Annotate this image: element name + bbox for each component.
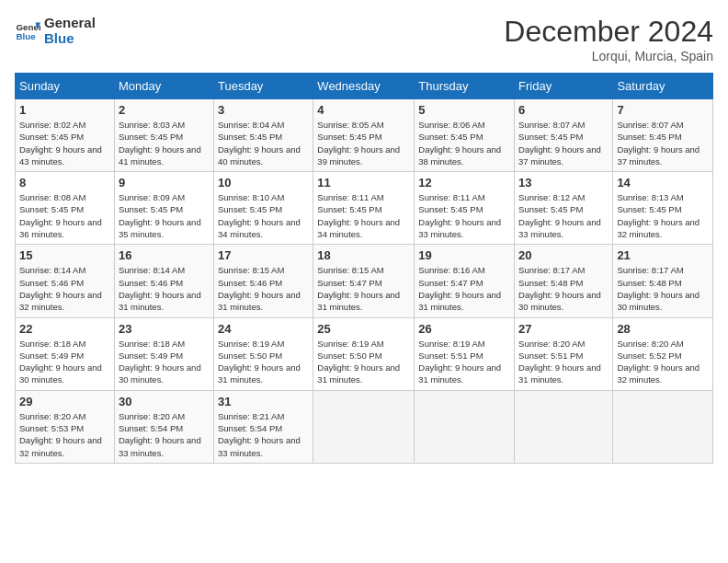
day-detail: Sunrise: 8:05 AMSunset: 5:45 PMDaylight:… xyxy=(317,120,400,167)
calendar-table: SundayMondayTuesdayWednesdayThursdayFrid… xyxy=(15,73,713,464)
calendar-cell: 16Sunrise: 8:14 AMSunset: 5:46 PMDayligh… xyxy=(114,245,213,317)
calendar-cell: 28Sunrise: 8:20 AMSunset: 5:52 PMDayligh… xyxy=(613,317,713,390)
calendar-cell: 17Sunrise: 8:15 AMSunset: 5:46 PMDayligh… xyxy=(213,245,313,317)
calendar-cell: 8Sunrise: 8:08 AMSunset: 5:45 PMDaylight… xyxy=(16,172,115,245)
calendar-cell: 24Sunrise: 8:19 AMSunset: 5:50 PMDayligh… xyxy=(213,317,313,390)
calendar-cell: 11Sunrise: 8:11 AMSunset: 5:45 PMDayligh… xyxy=(313,172,415,245)
calendar-week-4: 22Sunrise: 8:18 AMSunset: 5:49 PMDayligh… xyxy=(16,317,713,390)
calendar-cell: 2Sunrise: 8:03 AMSunset: 5:45 PMDaylight… xyxy=(114,99,213,172)
day-number: 21 xyxy=(617,248,709,262)
day-number: 3 xyxy=(218,103,309,117)
day-number: 18 xyxy=(317,248,410,262)
calendar-cell: 12Sunrise: 8:11 AMSunset: 5:45 PMDayligh… xyxy=(415,172,515,245)
calendar-cell xyxy=(613,390,713,463)
day-number: 4 xyxy=(317,103,410,117)
day-detail: Sunrise: 8:10 AMSunset: 5:45 PMDaylight:… xyxy=(218,192,301,239)
month-title: December 2024 xyxy=(504,15,713,49)
day-number: 29 xyxy=(19,395,110,408)
day-number: 27 xyxy=(518,322,609,336)
column-header-saturday: Saturday xyxy=(613,74,713,99)
day-number: 30 xyxy=(119,395,210,408)
day-number: 1 xyxy=(19,103,110,117)
day-number: 17 xyxy=(218,248,309,262)
day-detail: Sunrise: 8:20 AMSunset: 5:54 PMDaylight:… xyxy=(119,411,201,458)
calendar-cell: 29Sunrise: 8:20 AMSunset: 5:53 PMDayligh… xyxy=(16,390,115,463)
day-detail: Sunrise: 8:21 AMSunset: 5:54 PMDaylight:… xyxy=(218,411,301,458)
day-detail: Sunrise: 8:19 AMSunset: 5:50 PMDaylight:… xyxy=(317,339,400,385)
day-number: 26 xyxy=(418,322,510,336)
day-number: 10 xyxy=(218,176,309,190)
day-number: 13 xyxy=(518,176,609,190)
day-detail: Sunrise: 8:07 AMSunset: 5:45 PMDaylight:… xyxy=(617,120,700,167)
title-area: December 2024 Lorqui, Murcia, Spain xyxy=(504,15,713,63)
page-header: General Blue General Blue December 2024 … xyxy=(15,15,713,63)
day-number: 15 xyxy=(19,248,110,262)
day-detail: Sunrise: 8:18 AMSunset: 5:49 PMDaylight:… xyxy=(119,339,201,385)
day-detail: Sunrise: 8:03 AMSunset: 5:45 PMDaylight:… xyxy=(119,120,201,167)
calendar-week-5: 29Sunrise: 8:20 AMSunset: 5:53 PMDayligh… xyxy=(16,390,713,463)
day-detail: Sunrise: 8:12 AMSunset: 5:45 PMDaylight:… xyxy=(518,192,601,239)
calendar-cell: 20Sunrise: 8:17 AMSunset: 5:48 PMDayligh… xyxy=(515,245,613,317)
day-detail: Sunrise: 8:17 AMSunset: 5:48 PMDaylight:… xyxy=(518,265,601,312)
day-number: 6 xyxy=(518,103,609,117)
calendar-week-1: 1Sunrise: 8:02 AMSunset: 5:45 PMDaylight… xyxy=(16,99,713,172)
day-number: 25 xyxy=(317,322,410,336)
calendar-cell: 7Sunrise: 8:07 AMSunset: 5:45 PMDaylight… xyxy=(613,99,713,172)
calendar-cell: 4Sunrise: 8:05 AMSunset: 5:45 PMDaylight… xyxy=(313,99,415,172)
day-detail: Sunrise: 8:17 AMSunset: 5:48 PMDaylight:… xyxy=(617,265,700,312)
day-number: 8 xyxy=(19,176,110,190)
calendar-cell: 27Sunrise: 8:20 AMSunset: 5:51 PMDayligh… xyxy=(515,317,613,390)
day-number: 19 xyxy=(418,248,510,262)
column-header-sunday: Sunday xyxy=(16,74,115,99)
day-detail: Sunrise: 8:18 AMSunset: 5:49 PMDaylight:… xyxy=(19,339,102,385)
calendar-cell xyxy=(515,390,613,463)
logo: General Blue General Blue xyxy=(15,15,96,46)
calendar-cell: 5Sunrise: 8:06 AMSunset: 5:45 PMDaylight… xyxy=(415,99,515,172)
calendar-cell: 14Sunrise: 8:13 AMSunset: 5:45 PMDayligh… xyxy=(613,172,713,245)
day-detail: Sunrise: 8:06 AMSunset: 5:45 PMDaylight:… xyxy=(418,120,501,167)
calendar-cell xyxy=(415,390,515,463)
calendar-cell: 9Sunrise: 8:09 AMSunset: 5:45 PMDaylight… xyxy=(114,172,213,245)
calendar-cell: 23Sunrise: 8:18 AMSunset: 5:49 PMDayligh… xyxy=(114,317,213,390)
day-number: 22 xyxy=(19,322,110,336)
day-detail: Sunrise: 8:16 AMSunset: 5:47 PMDaylight:… xyxy=(418,265,501,312)
column-header-wednesday: Wednesday xyxy=(313,74,415,99)
day-detail: Sunrise: 8:08 AMSunset: 5:45 PMDaylight:… xyxy=(19,192,102,239)
calendar-cell: 10Sunrise: 8:10 AMSunset: 5:45 PMDayligh… xyxy=(213,172,313,245)
day-number: 9 xyxy=(119,176,210,190)
day-number: 11 xyxy=(317,176,410,190)
calendar-cell: 25Sunrise: 8:19 AMSunset: 5:50 PMDayligh… xyxy=(313,317,415,390)
day-detail: Sunrise: 8:20 AMSunset: 5:52 PMDaylight:… xyxy=(617,339,700,385)
day-detail: Sunrise: 8:04 AMSunset: 5:45 PMDaylight:… xyxy=(218,120,301,167)
calendar-header-row: SundayMondayTuesdayWednesdayThursdayFrid… xyxy=(16,74,713,99)
column-header-monday: Monday xyxy=(114,74,213,99)
day-detail: Sunrise: 8:15 AMSunset: 5:46 PMDaylight:… xyxy=(218,265,301,312)
day-number: 5 xyxy=(418,103,510,117)
calendar-cell: 30Sunrise: 8:20 AMSunset: 5:54 PMDayligh… xyxy=(114,390,213,463)
calendar-cell: 31Sunrise: 8:21 AMSunset: 5:54 PMDayligh… xyxy=(213,390,313,463)
calendar-cell: 21Sunrise: 8:17 AMSunset: 5:48 PMDayligh… xyxy=(613,245,713,317)
day-number: 24 xyxy=(218,322,309,336)
day-detail: Sunrise: 8:07 AMSunset: 5:45 PMDaylight:… xyxy=(518,120,601,167)
column-header-thursday: Thursday xyxy=(415,74,515,99)
calendar-week-3: 15Sunrise: 8:14 AMSunset: 5:46 PMDayligh… xyxy=(16,245,713,317)
day-detail: Sunrise: 8:11 AMSunset: 5:45 PMDaylight:… xyxy=(317,192,400,239)
day-number: 2 xyxy=(119,103,210,117)
logo-blue: Blue xyxy=(44,30,96,46)
day-detail: Sunrise: 8:14 AMSunset: 5:46 PMDaylight:… xyxy=(119,265,201,312)
day-detail: Sunrise: 8:15 AMSunset: 5:47 PMDaylight:… xyxy=(317,265,400,312)
day-number: 16 xyxy=(119,248,210,262)
day-number: 12 xyxy=(418,176,510,190)
calendar-cell: 22Sunrise: 8:18 AMSunset: 5:49 PMDayligh… xyxy=(16,317,115,390)
column-header-friday: Friday xyxy=(515,74,613,99)
calendar-cell: 1Sunrise: 8:02 AMSunset: 5:45 PMDaylight… xyxy=(16,99,115,172)
calendar-cell: 6Sunrise: 8:07 AMSunset: 5:45 PMDaylight… xyxy=(515,99,613,172)
day-detail: Sunrise: 8:09 AMSunset: 5:45 PMDaylight:… xyxy=(119,192,201,239)
calendar-week-2: 8Sunrise: 8:08 AMSunset: 5:45 PMDaylight… xyxy=(16,172,713,245)
column-header-tuesday: Tuesday xyxy=(213,74,313,99)
svg-text:Blue: Blue xyxy=(16,31,36,41)
day-detail: Sunrise: 8:13 AMSunset: 5:45 PMDaylight:… xyxy=(617,192,700,239)
day-detail: Sunrise: 8:20 AMSunset: 5:53 PMDaylight:… xyxy=(19,411,102,458)
calendar-cell: 3Sunrise: 8:04 AMSunset: 5:45 PMDaylight… xyxy=(213,99,313,172)
logo-icon: General Blue xyxy=(15,17,40,43)
